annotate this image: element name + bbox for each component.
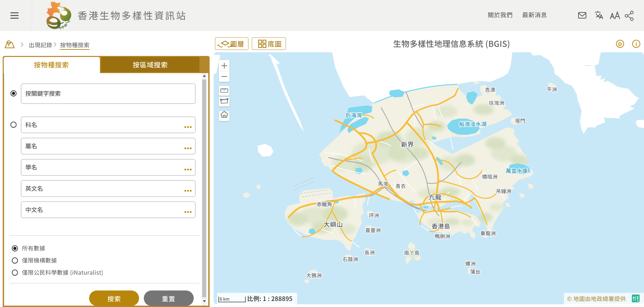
svg-text:i: i (636, 41, 637, 47)
svg-text:D: D (618, 41, 622, 47)
